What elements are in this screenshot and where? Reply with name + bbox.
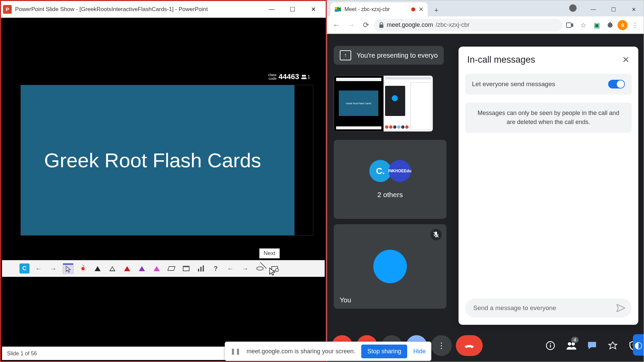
send-icon[interactable] <box>616 304 626 312</box>
show-people-button[interactable]: 4 <box>566 340 577 351</box>
svg-point-19 <box>568 342 571 346</box>
chrome-maximize-button[interactable]: ☐ <box>603 2 624 16</box>
stop-sharing-button[interactable]: Stop sharing <box>361 345 407 358</box>
powerpoint-window: P PowerPoint Slide Show - [GreekRootsInt… <box>0 0 327 362</box>
pen-black-button[interactable] <box>93 263 103 274</box>
extension-green-icon[interactable]: ▣ <box>591 19 603 31</box>
leave-call-button[interactable] <box>456 335 483 356</box>
meeting-details-button[interactable] <box>545 340 556 351</box>
presenter-toolbar: C ← → ↘ ? ← → <box>2 260 325 277</box>
slide-edge <box>294 85 313 235</box>
presentation-thumbnail[interactable]: Greek Root Flash Cards <box>334 75 433 132</box>
more-options-button[interactable]: ⋮ <box>431 335 452 356</box>
pen-red-button[interactable] <box>122 263 132 274</box>
bookmark-star-button[interactable]: ☆ <box>577 19 589 31</box>
chat-input-row <box>465 299 632 317</box>
pen-pink-button[interactable] <box>152 263 162 274</box>
stage-lower-black <box>2 277 325 346</box>
chrome-tabstrip: Meet - zbc-xzxj-cbr ✕ + — ☐ ✕ <box>327 0 644 16</box>
cursor-tool-button[interactable] <box>63 263 73 274</box>
svg-rect-17 <box>550 345 551 348</box>
browser-tab[interactable]: Meet - zbc-xzxj-cbr ✕ <box>330 2 428 16</box>
class-code-badge: classcode 44463 1 <box>265 71 313 82</box>
forward-button[interactable]: → <box>344 18 358 32</box>
chrome-account-icon[interactable] <box>569 4 577 12</box>
next-tooltip: Next <box>259 248 280 258</box>
chrome-minimize-button[interactable]: — <box>583 2 603 16</box>
people-icon <box>301 74 307 79</box>
svg-rect-6 <box>567 23 571 27</box>
side-panel-toggle[interactable]: ◐ <box>633 334 644 356</box>
meet-body: ↑ You're presenting to everyo Greek Root… <box>327 34 644 362</box>
participants-avatars: C. INKHOEEdu <box>369 160 411 182</box>
chat-title: In-call messages <box>467 55 535 65</box>
svg-point-0 <box>302 75 304 77</box>
eraser-button[interactable] <box>166 263 176 274</box>
pause-icon[interactable]: ❚❚ <box>230 348 240 355</box>
classcode-label-bot: code <box>269 76 277 80</box>
url-host: meet.google.com <box>387 21 433 28</box>
self-avatar <box>373 250 407 283</box>
back-button[interactable]: ← <box>330 18 343 32</box>
toolbar-next-button[interactable]: → <box>240 263 250 274</box>
close-button[interactable]: ✕ <box>303 2 324 16</box>
new-tab-button[interactable]: + <box>430 4 442 16</box>
present-icon: ↑ <box>340 50 351 60</box>
chrome-menu-button[interactable]: ⋮ <box>629 19 641 31</box>
share-screen-button[interactable] <box>270 263 280 274</box>
whiteboard-button[interactable] <box>181 263 191 274</box>
url-path: /zbc-xzxj-cbr <box>436 21 470 28</box>
powerpoint-window-title: PowerPoint Slide Show - [GreekRootsInter… <box>15 6 208 13</box>
extensions-puzzle-button[interactable] <box>604 19 616 31</box>
poll-button[interactable] <box>196 263 206 274</box>
slide-counter: Slide 1 of 56 <box>7 351 37 357</box>
screen-share-bar: ❚❚ meet.google.com is sharing your scree… <box>225 342 431 361</box>
tab-close-button[interactable]: ✕ <box>419 6 424 13</box>
laser-pointer-button[interactable]: ↘ <box>78 263 88 274</box>
address-bar[interactable]: meet.google.com/zbc-xzxj-cbr <box>374 19 562 32</box>
profile-avatar[interactable]: S <box>618 20 628 30</box>
presenting-text: You're presenting to everyo <box>357 52 438 59</box>
chat-input[interactable] <box>473 304 616 312</box>
self-tile[interactable]: You <box>334 224 446 309</box>
chat-button[interactable] <box>587 340 597 351</box>
pick-name-button[interactable]: ? <box>211 263 221 274</box>
chrome-window: Meet - zbc-xzxj-cbr ✕ + — ☐ ✕ ← → ⟳ meet… <box>327 0 644 362</box>
classcode-value: 44463 <box>279 72 299 81</box>
reload-button[interactable]: ⟳ <box>359 18 373 32</box>
thumbnail-slide-text: Greek Root Flash Cards <box>339 90 378 116</box>
participants-count-badge: 4 <box>571 337 579 343</box>
classcode-people: 1 <box>301 74 310 79</box>
self-label: You <box>340 296 351 304</box>
maximize-button[interactable]: ☐ <box>282 2 303 16</box>
pen-purple-button[interactable] <box>137 263 147 274</box>
toolbar-prev-button[interactable]: ← <box>225 263 235 274</box>
hide-share-bar-button[interactable]: Hide <box>413 348 426 355</box>
participant-avatar-inkhoe: INKHOEEdu <box>389 160 411 182</box>
chrome-close-button[interactable]: ✕ <box>624 2 644 16</box>
lock-icon <box>379 22 384 28</box>
pen-outline-button[interactable] <box>107 263 117 274</box>
tab-title: Meet - zbc-xzxj-cbr <box>344 6 390 12</box>
svg-rect-18 <box>550 343 551 344</box>
chat-info-text: Messages can only be seen by people in t… <box>465 103 632 133</box>
svg-rect-3 <box>335 7 337 9</box>
hide-toolbar-button[interactable] <box>255 263 265 274</box>
camera-icon[interactable] <box>564 19 576 31</box>
next-slide-button[interactable]: → <box>48 263 58 274</box>
chrome-toolbar: ← → ⟳ meet.google.com/zbc-xzxj-cbr ☆ ▣ S… <box>327 16 644 34</box>
powerpoint-titlebar: P PowerPoint Slide Show - [GreekRootsInt… <box>1 1 326 18</box>
chat-close-button[interactable]: ✕ <box>622 55 630 65</box>
prev-slide-button[interactable]: ← <box>34 263 44 274</box>
classpoint-icon[interactable]: C <box>19 263 30 274</box>
participants-tile[interactable]: C. INKHOEEdu 2 others <box>334 140 446 219</box>
google-meet-icon <box>334 6 341 13</box>
minimize-button[interactable]: — <box>261 2 282 16</box>
recording-indicator-icon <box>411 7 415 11</box>
powerpoint-logo-icon: P <box>3 5 12 14</box>
activities-button[interactable] <box>607 340 618 351</box>
messages-toggle[interactable] <box>608 80 625 88</box>
others-label: 2 others <box>377 191 403 199</box>
slide: classcode 44463 1 Greek Root Flash Cards <box>20 85 313 236</box>
presenting-banner[interactable]: ↑ You're presenting to everyo <box>334 46 444 65</box>
